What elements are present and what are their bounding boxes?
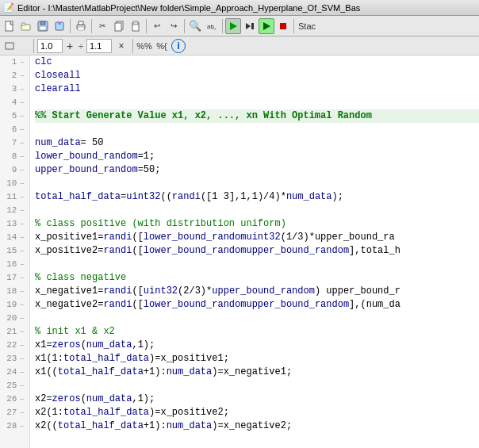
line-number-6: 6– xyxy=(0,123,29,136)
section-btn[interactable]: %% xyxy=(136,38,152,54)
code-line-27: x2(1:total_half_data)=x_positive2; xyxy=(35,406,479,419)
code-line-18: x_negative1 = randi([uint32(2/3)*upper_b… xyxy=(35,285,479,298)
zoom-up-btn[interactable]: + xyxy=(64,38,75,54)
svg-rect-4 xyxy=(40,21,45,25)
paste-btn[interactable] xyxy=(128,18,144,34)
code-line-10 xyxy=(35,177,479,190)
code-line-23: x1(1:total_half_data)=x_positive1; xyxy=(35,352,479,366)
print-btn[interactable] xyxy=(73,18,89,34)
tab-input[interactable] xyxy=(86,39,112,53)
code-line-24: x1((total_half_data+1):num_data)=x_negat… xyxy=(35,366,479,379)
zoom-input[interactable] xyxy=(37,39,63,53)
code-line-1: clc xyxy=(35,56,479,69)
run-btn[interactable] xyxy=(259,18,274,34)
line-number-20: 20– xyxy=(0,312,29,325)
stop-btn[interactable] xyxy=(275,18,291,34)
sep-5 xyxy=(222,19,223,33)
code-line-16 xyxy=(35,258,479,271)
line-number-10: 10– xyxy=(0,177,29,190)
sep-6 xyxy=(293,19,294,33)
sep-2 xyxy=(91,19,92,33)
code-line-6 xyxy=(35,123,479,136)
new-section-btn[interactable] xyxy=(3,40,16,52)
save-btn[interactable] xyxy=(35,18,51,34)
svg-marker-17 xyxy=(230,22,237,30)
svg-rect-9 xyxy=(79,21,83,25)
line-number-9: 9– xyxy=(0,163,29,177)
sep-4 xyxy=(184,19,185,33)
line-numbers: 1–2–3–4–5–6–7–8–9–10–11–12–13–14–15–16–1… xyxy=(0,56,30,448)
sep-1 xyxy=(70,19,71,33)
svg-rect-2 xyxy=(21,23,25,25)
divider-label: ÷ xyxy=(77,41,85,51)
svg-marker-20 xyxy=(263,22,270,30)
line-number-7: 7– xyxy=(0,136,29,150)
close-tab-btn[interactable]: × xyxy=(113,38,129,54)
line-number-28: 28– xyxy=(0,419,29,433)
redo-btn[interactable]: ↪ xyxy=(166,18,182,34)
code-line-15: x_positive2 = randi([lower_bound_random … xyxy=(35,244,479,258)
editor-icon: 📝 xyxy=(3,2,14,13)
code-line-5: %% Start Generate Value x1, x2, ..., xn … xyxy=(35,109,479,123)
svg-rect-7 xyxy=(58,22,61,25)
debug-btn[interactable] xyxy=(225,18,241,34)
replace-btn[interactable]: ab→ xyxy=(204,18,220,34)
line-number-25: 25– xyxy=(0,379,29,392)
code-line-26: x2=zeros(num_data,1); xyxy=(35,392,479,406)
code-line-12 xyxy=(35,204,479,217)
code-area[interactable]: clcclose allclear all%% Start Generate V… xyxy=(30,56,479,448)
code-line-21: % init x1 & x2 xyxy=(35,325,479,339)
toolbar-row-2: + ÷ × %% %{ i xyxy=(0,36,479,56)
svg-rect-19 xyxy=(251,23,254,29)
line-number-5: 5– xyxy=(0,109,29,123)
line-number-13: 13– xyxy=(0,217,29,231)
code-line-8: lower_bound_random=1; xyxy=(35,150,479,163)
line-number-26: 26– xyxy=(0,392,29,406)
editor-area: 1–2–3–4–5–6–7–8–9–10–11–12–13–14–15–16–1… xyxy=(0,56,479,448)
line-number-22: 22– xyxy=(0,339,29,352)
open-btn[interactable] xyxy=(18,18,34,34)
stack-label: Stac xyxy=(297,21,317,31)
line-number-12: 12– xyxy=(0,204,29,217)
svg-rect-10 xyxy=(78,27,84,30)
svg-rect-21 xyxy=(280,23,286,29)
sep-3 xyxy=(146,19,147,33)
line-number-23: 23– xyxy=(0,352,29,366)
svg-rect-5 xyxy=(40,26,46,30)
title-bar: 📝 Editor - I:\Master\MatlabProject\New f… xyxy=(0,0,479,16)
open2-btn[interactable] xyxy=(17,40,30,52)
new-file-btn[interactable] xyxy=(2,18,17,34)
code-line-7: num_data = 50 xyxy=(35,136,479,150)
info-btn[interactable]: i xyxy=(171,39,186,53)
step-btn[interactable] xyxy=(242,18,258,34)
svg-rect-14 xyxy=(133,21,138,25)
line-number-18: 18– xyxy=(0,285,29,298)
line-number-17: 17– xyxy=(0,271,29,285)
code-line-22: x1=zeros(num_data,1); xyxy=(35,339,479,352)
comment-btn[interactable]: %{ xyxy=(154,38,170,54)
code-line-20 xyxy=(35,312,479,325)
code-line-13: % class positive (with distribution unif… xyxy=(35,217,479,231)
line-number-8: 8– xyxy=(0,150,29,163)
code-line-28: x2((total_half_data+1):num_data)=x_negat… xyxy=(35,419,479,433)
code-line-14: x_positive1 = randi([lower_bound_random … xyxy=(35,231,479,244)
line-number-19: 19– xyxy=(0,298,29,312)
copy-btn[interactable] xyxy=(111,18,127,34)
toolbar-row-1: ✂ ↩ ↪ 🔍 ab→ Stac xyxy=(0,16,479,36)
code-line-19: x_negative2 = randi([lower_bound_random … xyxy=(35,298,479,312)
line-number-1: 1– xyxy=(0,56,29,69)
title-text: Editor - I:\Master\MatlabProject\New fol… xyxy=(17,3,360,13)
line-number-4: 4– xyxy=(0,96,29,109)
find-btn[interactable]: 🔍 xyxy=(187,18,203,34)
line-number-14: 14– xyxy=(0,231,29,244)
line-number-11: 11– xyxy=(0,190,29,204)
svg-marker-18 xyxy=(246,23,251,29)
cut-btn[interactable]: ✂ xyxy=(94,18,110,34)
line-number-21: 21– xyxy=(0,325,29,339)
line-number-2: 2– xyxy=(0,69,29,82)
code-line-9: upper_bound_random=50; xyxy=(35,163,479,177)
save-all-btn[interactable] xyxy=(52,18,67,34)
undo-btn[interactable]: ↩ xyxy=(149,18,165,34)
code-line-11: total_half_data=uint32((randi([1 3],1,1)… xyxy=(35,190,479,204)
code-line-3: clear all xyxy=(35,82,479,96)
